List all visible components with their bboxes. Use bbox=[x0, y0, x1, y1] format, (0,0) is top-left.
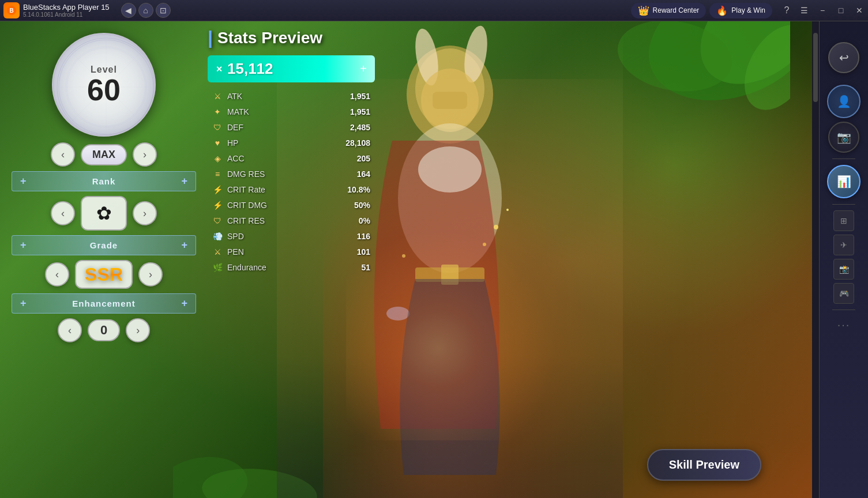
game-area: Level 60 ‹ MAX › + Rank + ‹ ✿ › + Grade … bbox=[0, 21, 819, 498]
grade-next-btn[interactable]: › bbox=[138, 262, 163, 286]
stat-row-critdmg: ⚡ CRIT DMG 50% bbox=[208, 198, 375, 212]
stat-row-critres: 🛡 CRIT RES 0% bbox=[208, 214, 375, 228]
cross-icon: ✕ bbox=[216, 65, 223, 74]
home-nav-btn[interactable]: ⌂ bbox=[138, 3, 153, 18]
hp-value: 28,108 bbox=[341, 138, 370, 148]
clover-icon: ✿ bbox=[96, 202, 112, 224]
enhancement-value: 0 bbox=[88, 319, 120, 341]
close-btn[interactable]: ✕ bbox=[851, 0, 868, 21]
sidebar-user-btn[interactable]: 👤 bbox=[827, 85, 861, 118]
sidebar-chart-btn[interactable]: 📊 bbox=[827, 165, 861, 198]
rank-next-btn[interactable]: › bbox=[133, 201, 157, 225]
enhancement-plus-right[interactable]: + bbox=[181, 297, 187, 310]
svg-point-15 bbox=[415, 48, 484, 129]
svg-point-14 bbox=[407, 46, 493, 144]
pen-value: 101 bbox=[341, 247, 370, 256]
enhancement-section-header: + Enhancement + bbox=[12, 293, 196, 314]
sidebar-camera-btn[interactable]: 📸 bbox=[833, 259, 854, 280]
svg-point-7 bbox=[200, 464, 319, 498]
atk-value: 1,951 bbox=[341, 92, 370, 101]
layout-icon: ⊞ bbox=[840, 216, 847, 225]
svg-point-4 bbox=[612, 21, 738, 100]
grade-badge: SSR bbox=[75, 260, 133, 289]
sidebar-divider-3 bbox=[832, 310, 855, 310]
svg-point-5 bbox=[731, 21, 790, 122]
scrollbar-thumb[interactable] bbox=[813, 33, 818, 102]
dmgres-icon: ≡ bbox=[212, 169, 223, 179]
sidebar-divider-2 bbox=[832, 204, 855, 205]
acc-icon: ◈ bbox=[212, 154, 223, 163]
left-panel: Level 60 ‹ MAX › + Rank + ‹ ✿ › + Grade … bbox=[12, 33, 196, 347]
rank-nav-row: ‹ ✿ › bbox=[12, 196, 196, 231]
rank-prev-btn[interactable]: ‹ bbox=[51, 201, 75, 225]
rank-badge: ✿ bbox=[81, 196, 127, 231]
enhancement-next-btn[interactable]: › bbox=[126, 318, 150, 342]
spd-name: SPD bbox=[227, 232, 337, 241]
back-icon: ↩ bbox=[839, 51, 849, 65]
atk-name: ATK bbox=[227, 92, 337, 101]
critres-icon: 🛡 bbox=[212, 216, 223, 225]
grade-plus-left[interactable]: + bbox=[20, 239, 27, 251]
minimize-btn[interactable]: − bbox=[814, 0, 831, 21]
matk-value: 1,951 bbox=[341, 107, 370, 116]
enhancement-plus-left[interactable]: + bbox=[20, 297, 27, 310]
sidebar-back-btn[interactable]: ↩ bbox=[828, 42, 859, 73]
acc-value: 205 bbox=[341, 154, 370, 163]
stat-row-endurance: 🌿 Endurance 51 bbox=[208, 261, 375, 274]
multi-nav-btn[interactable]: ⊡ bbox=[156, 3, 171, 18]
stat-row-critrate: ⚡ CRIT Rate 10.8% bbox=[208, 183, 375, 197]
sidebar-plane-btn[interactable]: ✈ bbox=[833, 235, 854, 255]
skill-preview-btn[interactable]: Skill Preview bbox=[647, 449, 761, 481]
level-prev-btn[interactable]: ‹ bbox=[51, 142, 75, 167]
grade-plus-right[interactable]: + bbox=[181, 239, 187, 251]
maximize-btn[interactable]: □ bbox=[832, 0, 850, 21]
rank-plus-right[interactable]: + bbox=[181, 175, 187, 187]
level-next-btn[interactable]: › bbox=[133, 142, 157, 167]
menu-btn[interactable]: ☰ bbox=[795, 0, 813, 21]
hp-icon: ♥ bbox=[212, 138, 223, 148]
window-controls: ☰ − □ ✕ bbox=[795, 0, 868, 21]
help-btn[interactable]: ? bbox=[778, 0, 795, 21]
dmgres-value: 164 bbox=[341, 169, 370, 179]
scrollbar-area bbox=[812, 21, 819, 498]
stats-panel: Stats Preview ✕ 15,112 + ⚔ ATK 1,951 ✦ M… bbox=[208, 27, 375, 274]
sidebar-photo-btn[interactable]: 📷 bbox=[828, 122, 859, 153]
ssr-label: SSR bbox=[85, 264, 123, 285]
svg-point-17 bbox=[461, 25, 491, 84]
grade-label: Grade bbox=[90, 240, 118, 250]
enhancement-nav-row: ‹ 0 › bbox=[12, 318, 196, 342]
geo-overlay bbox=[54, 35, 153, 134]
endurance-icon: 🌿 bbox=[212, 263, 223, 272]
photo-icon: 📷 bbox=[837, 130, 851, 144]
stat-row-atk: ⚔ ATK 1,951 bbox=[208, 89, 375, 103]
user-icon: 👤 bbox=[837, 95, 851, 108]
app-title: BlueStacks App Player 15 5.14.0.1061 And… bbox=[23, 3, 110, 18]
grade-prev-btn[interactable]: ‹ bbox=[45, 262, 69, 286]
grade-section-header: + Grade + bbox=[12, 235, 196, 255]
critrate-name: CRIT Rate bbox=[227, 185, 337, 194]
matk-icon: ✦ bbox=[212, 107, 223, 116]
back-nav-btn[interactable]: ◀ bbox=[121, 3, 136, 18]
sidebar-layout-btn[interactable]: ⊞ bbox=[833, 210, 854, 231]
reward-center-btn[interactable]: 👑 Reward Center bbox=[631, 3, 707, 18]
svg-point-18 bbox=[421, 69, 479, 132]
sidebar-more-btn[interactable]: ··· bbox=[837, 318, 851, 331]
camera-icon: 📸 bbox=[839, 265, 849, 274]
play-win-btn[interactable]: 🔥 Play & Win bbox=[709, 3, 772, 18]
power-plus-btn[interactable]: + bbox=[360, 62, 367, 76]
level-nav-row: ‹ MAX › bbox=[12, 142, 196, 167]
stat-row-dmgres: ≡ DMG RES 164 bbox=[208, 167, 375, 181]
stat-row-matk: ✦ MATK 1,951 bbox=[208, 105, 375, 119]
dmgres-name: DMG RES bbox=[227, 169, 337, 179]
level-circle: Level 60 bbox=[52, 33, 156, 137]
spd-icon: 💨 bbox=[212, 232, 223, 241]
rank-plus-left[interactable]: + bbox=[20, 175, 27, 187]
power-bar: ✕ 15,112 + bbox=[208, 55, 375, 82]
sidebar-gamepad-btn[interactable]: 🎮 bbox=[833, 283, 854, 304]
critres-value: 0% bbox=[341, 216, 370, 225]
def-icon: 🛡 bbox=[212, 123, 223, 132]
endurance-value: 51 bbox=[341, 263, 370, 272]
enhancement-prev-btn[interactable]: ‹ bbox=[58, 318, 82, 342]
svg-point-3 bbox=[679, 21, 790, 107]
stat-row-acc: ◈ ACC 205 bbox=[208, 152, 375, 165]
